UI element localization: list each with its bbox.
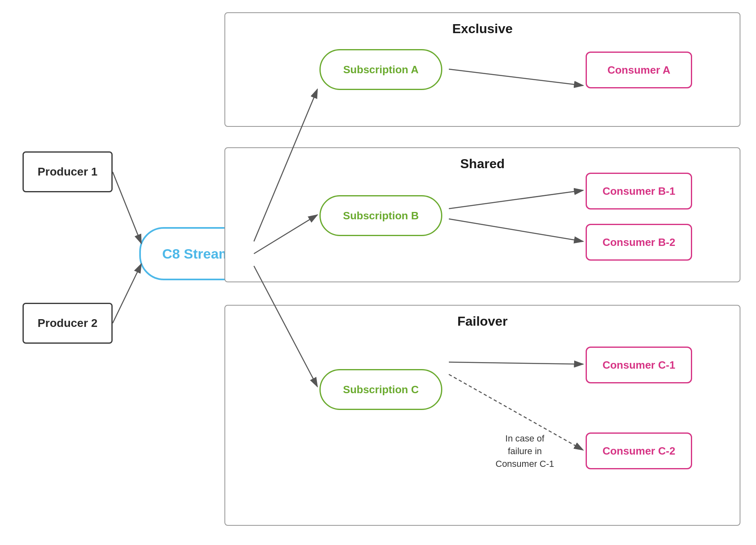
consumer-a-box: Consumer A bbox=[586, 52, 692, 88]
panel-failover: Failover Subscription C Consumer C-1 Con… bbox=[224, 305, 740, 526]
section-title-failover: Failover bbox=[457, 314, 508, 329]
consumer-b1-label: Consumer B-1 bbox=[602, 185, 675, 198]
producer1-label: Producer 1 bbox=[38, 165, 97, 178]
consumer-c1-label: Consumer C-1 bbox=[602, 359, 675, 372]
panel-shared: Shared Subscription B Consumer B-1 Consu… bbox=[224, 147, 740, 282]
failover-note: In case offailure inConsumer C-1 bbox=[496, 432, 554, 470]
section-title-shared: Shared bbox=[460, 156, 505, 171]
consumer-b2-box: Consumer B-2 bbox=[586, 224, 692, 261]
subscription-c-label: Subscription C bbox=[343, 383, 419, 396]
subscription-a-label: Subscription A bbox=[343, 63, 419, 76]
subscription-c-pill: Subscription C bbox=[319, 369, 442, 410]
consumer-b2-label: Consumer B-2 bbox=[602, 236, 675, 249]
producer2-box: Producer 2 bbox=[23, 303, 113, 344]
stream-label: C8 Stream bbox=[162, 246, 231, 262]
section-title-exclusive: Exclusive bbox=[452, 21, 513, 36]
diagram-container: Producer 1 Producer 2 C8 Stream Exclusiv… bbox=[0, 0, 756, 545]
consumer-c2-box: Consumer C-2 bbox=[586, 432, 692, 469]
panel-exclusive: Exclusive Subscription A Consumer A bbox=[224, 12, 740, 127]
consumer-b1-box: Consumer B-1 bbox=[586, 173, 692, 209]
subscription-b-label: Subscription B bbox=[343, 209, 419, 222]
subscription-b-pill: Subscription B bbox=[319, 195, 442, 236]
consumer-c1-box: Consumer C-1 bbox=[586, 347, 692, 383]
svg-line-2 bbox=[113, 172, 141, 243]
subscription-a-pill: Subscription A bbox=[319, 49, 442, 90]
consumer-a-label: Consumer A bbox=[607, 64, 670, 77]
svg-line-3 bbox=[113, 264, 141, 323]
producer2-label: Producer 2 bbox=[38, 317, 97, 330]
producer1-box: Producer 1 bbox=[23, 151, 113, 192]
consumer-c2-label: Consumer C-2 bbox=[602, 445, 675, 457]
